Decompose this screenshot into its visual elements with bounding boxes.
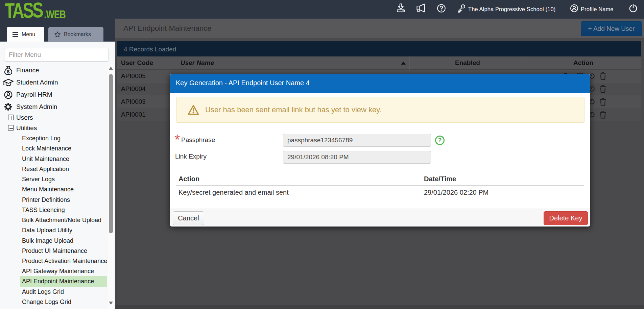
svg-text:TASS: TASS <box>5 2 43 22</box>
svg-text:$: $ <box>7 69 10 74</box>
svg-text:.WEB: .WEB <box>44 8 66 21</box>
